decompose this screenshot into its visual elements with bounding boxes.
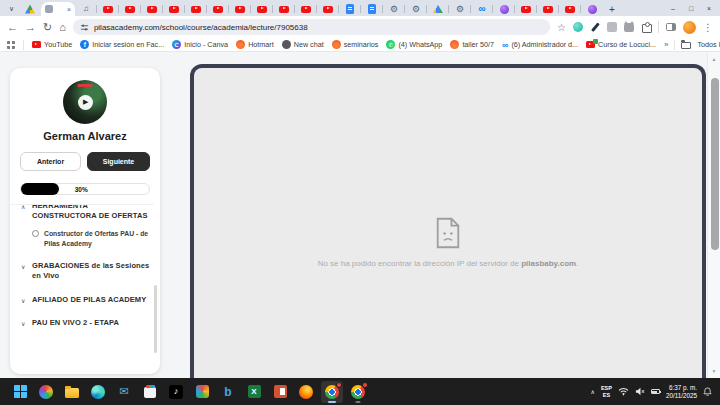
bookmark-label: seminarios: [344, 40, 379, 49]
tab-youtube[interactable]: [515, 2, 537, 16]
minimize-button[interactable]: –: [664, 5, 682, 12]
extension-pen-icon[interactable]: [590, 22, 600, 32]
bing-taskbar-icon[interactable]: b: [217, 381, 239, 403]
new-tab-button[interactable]: +: [603, 2, 621, 16]
tab-youtube[interactable]: [273, 2, 295, 16]
tab-youtube[interactable]: [229, 2, 251, 16]
clock[interactable]: 6:37 p. m. 20/11/2025: [666, 384, 697, 400]
tab-gear[interactable]: ⚙: [383, 2, 405, 16]
next-button[interactable]: Siguiente: [87, 152, 150, 171]
section-header[interactable]: ∨AFILIADO DE PILAS ACADEMY: [21, 295, 150, 305]
section-header[interactable]: ∨PAU EN VIVO 2 - ETAPA: [21, 318, 150, 328]
store-taskbar-icon[interactable]: [139, 381, 161, 403]
excel-taskbar-icon[interactable]: X: [243, 381, 265, 403]
tab-youtube[interactable]: [317, 2, 339, 16]
course-progress-bar: 30%: [20, 183, 150, 195]
close-button[interactable]: ×: [700, 5, 718, 12]
scrollbar-thumb[interactable]: [711, 78, 719, 250]
battery-icon[interactable]: [651, 389, 660, 394]
photos-taskbar-icon[interactable]: [191, 381, 213, 403]
bookmark-youtube[interactable]: YouTube: [32, 40, 72, 49]
previous-button[interactable]: Anterior: [20, 152, 81, 171]
tab-youtube[interactable]: [185, 2, 207, 16]
bookmark-facebook[interactable]: fIniciar sesión en Fac...: [80, 40, 164, 49]
section-header[interactable]: ∧HERRAMIENTA CONSTRUCTORA DE OFERTAS: [21, 204, 150, 221]
bookmark-whatsapp[interactable]: ✆(4) WhatsApp: [386, 40, 442, 49]
tab-youtube[interactable]: [119, 2, 141, 16]
apps-grid-icon[interactable]: [7, 41, 15, 49]
all-bookmarks-folder-icon[interactable]: [681, 42, 691, 49]
tiktok-taskbar-icon[interactable]: ♪: [165, 381, 187, 403]
tab-app-purple[interactable]: [581, 2, 603, 16]
address-bar[interactable]: pilasacademy.com/school/course/academia/…: [73, 19, 550, 35]
tab-meta[interactable]: ∞: [471, 2, 493, 16]
tab-ads[interactable]: [427, 2, 449, 16]
bookmark-hotmart[interactable]: Hotmart: [236, 40, 274, 49]
extension-cat-icon[interactable]: [624, 23, 634, 32]
tab-drive[interactable]: [19, 2, 41, 16]
chrome-taskbar-icon[interactable]: [321, 381, 343, 403]
home-button[interactable]: ⌂: [59, 22, 66, 33]
browser-menu-icon[interactable]: ⋮: [703, 22, 713, 33]
site-info-icon[interactable]: [80, 23, 89, 32]
tab-app-purple[interactable]: [493, 2, 515, 16]
pinwheel-taskbar-icon[interactable]: [35, 381, 57, 403]
youtube-icon: [235, 6, 245, 13]
avatar-play-overlay: ▶: [63, 80, 107, 124]
tab-youtube[interactable]: [207, 2, 229, 16]
notification-bell-icon[interactable]: [703, 387, 712, 396]
back-button[interactable]: ←: [7, 22, 18, 33]
play-button[interactable]: ▶: [78, 95, 93, 110]
bookmark-meta[interactable]: ∞(6) Administrador d...: [502, 40, 578, 50]
tab-youtube[interactable]: [141, 2, 163, 16]
powerpoint-taskbar-icon[interactable]: [269, 381, 291, 403]
extension-teal-icon[interactable]: [573, 22, 583, 32]
tab-active[interactable]: ×: [41, 2, 75, 16]
bookmark-hotmart[interactable]: seminarios: [332, 40, 379, 49]
bookmark-youtube-check[interactable]: Curso de Locuci...: [586, 40, 656, 49]
lesson-item[interactable]: Constructor de Ofertas PAU - de Pilas Ac…: [32, 229, 150, 248]
page-scrollbar[interactable]: ▲ ▼: [707, 52, 720, 378]
tab-gear[interactable]: ⚙: [405, 2, 427, 16]
wifi-icon[interactable]: [618, 387, 629, 396]
side-panel-icon[interactable]: [666, 23, 676, 31]
scroll-down-arrow[interactable]: ▼: [708, 368, 720, 374]
tab-docs[interactable]: [361, 2, 383, 16]
extension-gray-icon[interactable]: [607, 22, 617, 32]
sidebar-scrollbar-thumb[interactable]: [154, 285, 157, 353]
start-taskbar-icon[interactable]: [9, 381, 31, 403]
tray-chevron-up-icon[interactable]: ∧: [591, 388, 595, 395]
bookmark-chat[interactable]: New chat: [282, 40, 324, 49]
bookmark-hotmart[interactable]: taller 50/7: [450, 40, 494, 49]
tab-gear[interactable]: ⚙: [449, 2, 471, 16]
bookmark-canva[interactable]: CInicio - Canva: [172, 40, 228, 49]
language-indicator[interactable]: ESP ES: [601, 385, 612, 398]
tab-close-icon[interactable]: ×: [67, 6, 71, 13]
volume-muted-icon[interactable]: [635, 387, 645, 396]
tab-search-button[interactable]: ∨: [4, 2, 19, 16]
tab-audio[interactable]: ♫: [75, 2, 97, 16]
reload-button[interactable]: ↻: [43, 22, 52, 33]
tab-youtube[interactable]: [537, 2, 559, 16]
tab-youtube[interactable]: [163, 2, 185, 16]
tab-docs[interactable]: [339, 2, 361, 16]
explorer-taskbar-icon[interactable]: [61, 381, 83, 403]
firefox-taskbar-icon[interactable]: [295, 381, 317, 403]
bookmark-star-icon[interactable]: ☆: [557, 22, 566, 33]
tab-youtube[interactable]: [295, 2, 317, 16]
tab-youtube[interactable]: [251, 2, 273, 16]
section-header[interactable]: ∨GRABACIONES de las Sesiones en Vivo: [21, 261, 150, 281]
profile-avatar[interactable]: [683, 21, 696, 34]
scroll-up-arrow[interactable]: ▲: [708, 56, 720, 62]
radio-icon: [32, 230, 39, 237]
tab-youtube[interactable]: [559, 2, 581, 16]
mail-taskbar-icon[interactable]: ✉: [113, 381, 135, 403]
edge-taskbar-icon[interactable]: [87, 381, 109, 403]
extensions-puzzle-icon[interactable]: [641, 22, 651, 32]
chrome-taskbar-icon[interactable]: [347, 381, 369, 403]
maximize-button[interactable]: □: [682, 5, 700, 12]
all-bookmarks-label[interactable]: Todos los marcadores: [697, 40, 720, 49]
forward-button[interactable]: →: [25, 22, 36, 33]
bookmarks-overflow-icon[interactable]: »: [664, 40, 668, 49]
tab-youtube[interactable]: [97, 2, 119, 16]
